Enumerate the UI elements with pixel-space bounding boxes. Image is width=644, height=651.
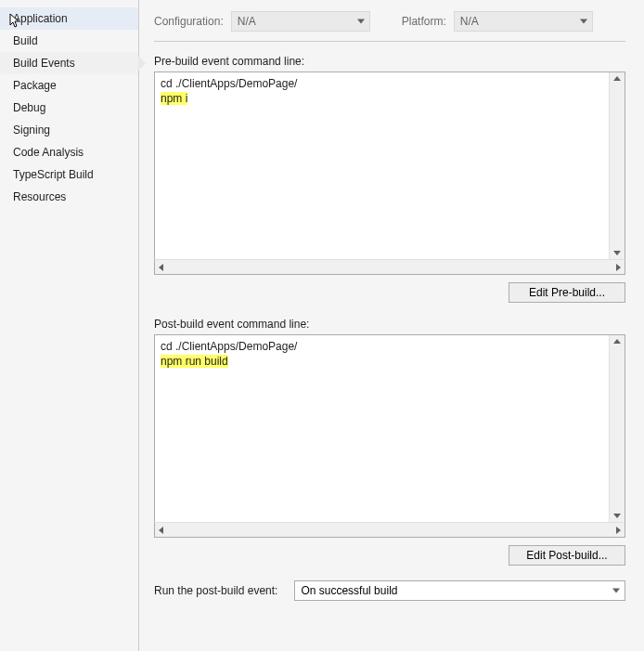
scroll-right-icon bbox=[616, 264, 621, 271]
sidebar-item-debug[interactable]: Debug bbox=[0, 97, 138, 119]
sidebar-item-package[interactable]: Package bbox=[0, 74, 138, 97]
main-panel: Configuration: N/A Platform: N/A Pre-bui… bbox=[139, 0, 644, 651]
sidebar-item-label: Build Events bbox=[13, 57, 75, 70]
sidebar-item-application[interactable]: Application bbox=[0, 7, 138, 30]
sidebar-item-build-events[interactable]: Build Events bbox=[0, 52, 138, 74]
scroll-up-icon bbox=[613, 339, 621, 344]
scroll-left-icon bbox=[159, 527, 163, 534]
sidebar-item-signing[interactable]: Signing bbox=[0, 119, 138, 141]
sidebar-item-code-analysis[interactable]: Code Analysis bbox=[0, 141, 138, 163]
prebuild-label: Pre-build event command line: bbox=[154, 55, 625, 68]
scroll-up-icon bbox=[613, 76, 621, 81]
sidebar-item-label: Code Analysis bbox=[13, 146, 84, 159]
run-postbuild-select[interactable]: On successful build bbox=[294, 580, 625, 601]
sidebar-item-label: TypeScript Build bbox=[13, 168, 94, 181]
horizontal-scrollbar[interactable] bbox=[154, 259, 625, 275]
sidebar-item-label: Package bbox=[13, 79, 57, 92]
postbuild-line1: cd ./ClientApps/DemoPage/ bbox=[161, 340, 297, 353]
sidebar-item-label: Build bbox=[13, 34, 38, 47]
postbuild-line2-highlighted: npm run build bbox=[161, 355, 228, 368]
sidebar-item-label: Resources bbox=[13, 190, 66, 203]
vertical-scrollbar[interactable] bbox=[609, 72, 625, 259]
configuration-select[interactable]: N/A bbox=[231, 11, 370, 32]
sidebar-item-build[interactable]: Build bbox=[0, 30, 138, 52]
scroll-down-icon bbox=[613, 251, 621, 255]
edit-postbuild-button[interactable]: Edit Post-build... bbox=[509, 545, 625, 566]
postbuild-label: Post-build event command line: bbox=[154, 318, 625, 331]
platform-select[interactable]: N/A bbox=[454, 11, 593, 32]
postbuild-content[interactable]: cd ./ClientApps/DemoPage/ npm run build bbox=[155, 335, 609, 522]
sidebar-item-label: Application bbox=[13, 12, 68, 25]
config-row: Configuration: N/A Platform: N/A bbox=[154, 11, 625, 42]
platform-label: Platform: bbox=[402, 15, 446, 28]
configuration-label: Configuration: bbox=[154, 15, 224, 28]
scroll-down-icon bbox=[613, 514, 621, 518]
run-postbuild-label: Run the post-build event: bbox=[154, 584, 277, 597]
sidebar-item-resources[interactable]: Resources bbox=[0, 186, 138, 208]
edit-prebuild-button[interactable]: Edit Pre-build... bbox=[509, 282, 625, 303]
prebuild-content[interactable]: cd ./ClientApps/DemoPage/ npm i bbox=[155, 72, 609, 259]
sidebar-item-typescript-build[interactable]: TypeScript Build bbox=[0, 163, 138, 186]
vertical-scrollbar[interactable] bbox=[609, 335, 625, 522]
horizontal-scrollbar[interactable] bbox=[154, 522, 625, 538]
postbuild-textarea[interactable]: cd ./ClientApps/DemoPage/ npm run build bbox=[154, 334, 625, 523]
sidebar-item-label: Debug bbox=[13, 101, 45, 114]
scroll-right-icon bbox=[616, 527, 621, 534]
prebuild-textarea[interactable]: cd ./ClientApps/DemoPage/ npm i bbox=[154, 72, 625, 260]
scroll-left-icon bbox=[159, 264, 163, 271]
sidebar-item-label: Signing bbox=[13, 124, 50, 137]
prebuild-line2-highlighted: npm i bbox=[161, 92, 187, 105]
prebuild-line1: cd ./ClientApps/DemoPage/ bbox=[161, 77, 297, 90]
sidebar: Application Build Build Events Package D… bbox=[0, 0, 139, 651]
